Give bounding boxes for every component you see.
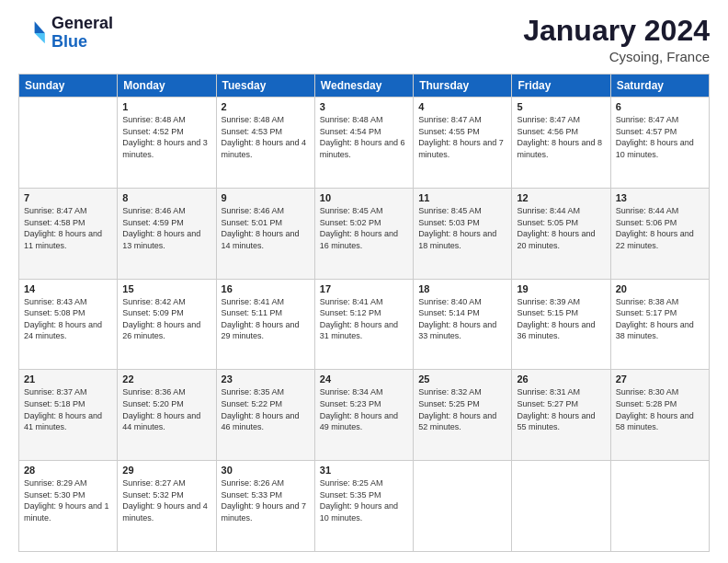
day-number: 23 [222,373,310,385]
day-info: Sunrise: 8:27 AM Sunset: 5:32 PM Dayligh… [122,477,210,523]
day-info: Sunrise: 8:34 AM Sunset: 5:23 PM Dayligh… [320,386,408,432]
sunrise-text: Sunrise: 8:31 AM [517,387,580,396]
day-info: Sunrise: 8:32 AM Sunset: 5:25 PM Dayligh… [418,386,506,432]
day-number: 12 [517,192,605,203]
table-row: 24 Sunrise: 8:34 AM Sunset: 5:23 PM Dayl… [314,370,413,461]
day-number: 24 [320,373,408,385]
daylight-text: Daylight: 8 hours and 11 minutes. [24,229,102,250]
day-number: 3 [320,101,408,112]
sunrise-text: Sunrise: 8:48 AM [122,115,186,124]
day-number: 6 [616,101,704,112]
table-row: 3 Sunrise: 8:48 AM Sunset: 4:54 PM Dayli… [314,98,413,189]
daylight-text: Daylight: 8 hours and 13 minutes. [122,229,200,250]
day-number: 14 [24,283,112,294]
sunrise-text: Sunrise: 8:44 AM [616,206,679,215]
table-row: 19 Sunrise: 8:39 AM Sunset: 5:15 PM Dayl… [512,279,610,370]
sunrise-text: Sunrise: 8:47 AM [24,206,87,215]
sunset-text: Sunset: 4:53 PM [222,127,283,136]
day-number: 10 [320,192,408,203]
daylight-text: Daylight: 9 hours and 10 minutes. [320,501,398,523]
week-row-3: 21 Sunrise: 8:37 AM Sunset: 5:18 PM Dayl… [19,370,710,461]
subtitle: Cysoing, France [523,49,710,64]
sunrise-text: Sunrise: 8:47 AM [418,115,482,124]
sunrise-text: Sunrise: 8:26 AM [222,478,285,488]
daylight-text: Daylight: 8 hours and 46 minutes. [222,411,300,432]
week-row-1: 7 Sunrise: 8:47 AM Sunset: 4:58 PM Dayli… [19,188,710,279]
table-row: 31 Sunrise: 8:25 AM Sunset: 5:35 PM Dayl… [314,461,413,552]
page: General Blue January 2024 Cysoing, Franc… [0,0,728,563]
sunset-text: Sunset: 5:05 PM [517,218,578,227]
sunset-text: Sunset: 5:11 PM [222,308,283,317]
table-row: 11 Sunrise: 8:45 AM Sunset: 5:03 PM Dayl… [414,188,512,279]
calendar-header-row: Sunday Monday Tuesday Wednesday Thursday… [19,75,710,98]
sunset-text: Sunset: 4:54 PM [320,127,381,136]
sunrise-text: Sunrise: 8:41 AM [320,297,383,306]
table-row: 6 Sunrise: 8:47 AM Sunset: 4:57 PM Dayli… [610,98,709,189]
sunset-text: Sunset: 5:27 PM [517,399,578,408]
day-number: 13 [616,192,704,203]
day-number: 18 [418,283,506,294]
daylight-text: Daylight: 8 hours and 44 minutes. [122,411,200,432]
day-info: Sunrise: 8:47 AM Sunset: 4:57 PM Dayligh… [616,114,704,160]
day-info: Sunrise: 8:48 AM Sunset: 4:53 PM Dayligh… [222,114,310,160]
day-info: Sunrise: 8:47 AM Sunset: 4:56 PM Dayligh… [517,114,605,160]
col-saturday: Saturday [610,75,709,98]
col-thursday: Thursday [414,75,512,98]
day-number: 7 [24,192,112,203]
sunset-text: Sunset: 5:01 PM [222,218,283,227]
main-title: January 2024 [523,15,710,47]
sunrise-text: Sunrise: 8:47 AM [616,115,679,124]
day-number: 9 [222,192,310,203]
sunset-text: Sunset: 5:35 PM [320,490,381,500]
table-row: 9 Sunrise: 8:46 AM Sunset: 5:01 PM Dayli… [216,188,314,279]
day-info: Sunrise: 8:48 AM Sunset: 4:52 PM Dayligh… [122,114,210,160]
table-row: 23 Sunrise: 8:35 AM Sunset: 5:22 PM Dayl… [216,370,314,461]
sunrise-text: Sunrise: 8:48 AM [222,115,285,124]
day-number: 5 [517,101,605,112]
sunset-text: Sunset: 5:08 PM [24,308,85,317]
sunrise-text: Sunrise: 8:46 AM [122,206,186,215]
daylight-text: Daylight: 9 hours and 1 minute. [24,501,109,523]
day-info: Sunrise: 8:37 AM Sunset: 5:18 PM Dayligh… [24,386,112,432]
daylight-text: Daylight: 8 hours and 3 minutes. [122,138,208,159]
logo-line1: General [51,15,113,33]
table-row: 7 Sunrise: 8:47 AM Sunset: 4:58 PM Dayli… [19,188,118,279]
sunrise-text: Sunrise: 8:44 AM [517,206,580,215]
sunrise-text: Sunrise: 8:41 AM [222,297,285,306]
table-row: 12 Sunrise: 8:44 AM Sunset: 5:05 PM Dayl… [512,188,610,279]
col-wednesday: Wednesday [314,75,413,98]
table-row: 26 Sunrise: 8:31 AM Sunset: 5:27 PM Dayl… [512,370,610,461]
table-row: 21 Sunrise: 8:37 AM Sunset: 5:18 PM Dayl… [19,370,118,461]
daylight-text: Daylight: 8 hours and 33 minutes. [418,320,496,341]
sunrise-text: Sunrise: 8:48 AM [320,115,383,124]
daylight-text: Daylight: 8 hours and 14 minutes. [222,229,300,250]
day-info: Sunrise: 8:39 AM Sunset: 5:15 PM Dayligh… [517,296,605,342]
day-info: Sunrise: 8:46 AM Sunset: 5:01 PM Dayligh… [222,205,310,251]
table-row: 14 Sunrise: 8:43 AM Sunset: 5:08 PM Dayl… [19,279,118,370]
daylight-text: Daylight: 8 hours and 26 minutes. [122,320,200,341]
daylight-text: Daylight: 8 hours and 16 minutes. [320,229,398,250]
svg-marker-1 [35,33,45,43]
header: General Blue January 2024 Cysoing, Franc… [18,15,710,64]
daylight-text: Daylight: 8 hours and 24 minutes. [24,320,102,341]
sunset-text: Sunset: 4:52 PM [122,127,184,136]
col-tuesday: Tuesday [216,75,314,98]
table-row: 17 Sunrise: 8:41 AM Sunset: 5:12 PM Dayl… [314,279,413,370]
sunset-text: Sunset: 5:17 PM [616,308,677,317]
daylight-text: Daylight: 8 hours and 36 minutes. [517,320,595,341]
sunset-text: Sunset: 5:23 PM [320,399,381,408]
day-number: 31 [320,465,408,476]
table-row: 27 Sunrise: 8:30 AM Sunset: 5:28 PM Dayl… [610,370,709,461]
day-info: Sunrise: 8:47 AM Sunset: 4:55 PM Dayligh… [418,114,506,160]
daylight-text: Daylight: 8 hours and 7 minutes. [418,138,504,159]
day-number: 11 [418,192,506,203]
sunrise-text: Sunrise: 8:36 AM [122,387,186,396]
day-info: Sunrise: 8:41 AM Sunset: 5:11 PM Dayligh… [222,296,310,342]
logo-icon [18,18,48,48]
day-number: 27 [616,373,704,385]
sunset-text: Sunset: 5:22 PM [222,399,283,408]
week-row-0: 1 Sunrise: 8:48 AM Sunset: 4:52 PM Dayli… [19,98,710,189]
sunrise-text: Sunrise: 8:38 AM [616,297,679,306]
daylight-text: Daylight: 8 hours and 20 minutes. [517,229,595,250]
sunset-text: Sunset: 4:55 PM [418,127,480,136]
